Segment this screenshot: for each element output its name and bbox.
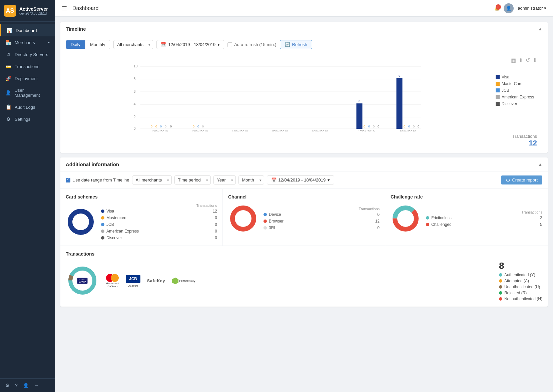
mc-logo: MastercardID Check (106, 274, 119, 288)
settings-icon: ⚙ (5, 116, 11, 122)
sidebar-item-user-management[interactable]: 👤 User Management (0, 84, 55, 101)
legend-mastercard: MasterCard (496, 81, 542, 86)
svg-text:6: 6 (134, 89, 136, 93)
additional-info-collapse-icon[interactable]: ▲ (538, 162, 542, 167)
transactions-inner: VERIFIED by VISA (66, 261, 542, 301)
footer-logout-icon[interactable]: → (34, 383, 39, 388)
svg-text:0: 0 (202, 125, 204, 128)
transactions-donut-center: VERIFIED by VISA (77, 278, 87, 284)
download-icon[interactable]: ⬇ (533, 57, 537, 63)
mastercard-value: 0 (215, 216, 217, 220)
year-select-wrap: Year (213, 175, 236, 184)
notification-badge: 8 (496, 4, 501, 10)
device-label: Device (269, 212, 281, 217)
monthly-button[interactable]: Monthly (85, 40, 110, 49)
browser-value: 12 (375, 219, 380, 224)
jcb-label: JCB (106, 222, 114, 227)
trans-count: 8 (499, 261, 542, 271)
time-period-select[interactable]: Time period (174, 175, 211, 184)
use-date-range-label[interactable]: Use date range from Timeline (66, 177, 129, 182)
notification-icon[interactable]: 🔔 8 (494, 6, 500, 11)
svg-text:12/04/2019: 12/04/2019 (151, 130, 168, 131)
sidebar-item-dashboard[interactable]: 📊 Dashboard (0, 24, 55, 36)
sidebar-item-label: Transactions (15, 64, 39, 69)
chart-svg: 10 8 6 4 2 0 (63, 65, 492, 131)
directory-icon: 🖥 (5, 52, 11, 57)
card-schemes-legend-wrap: Transactions Visa 12 (101, 204, 217, 240)
footer-user-icon[interactable]: 👤 (23, 383, 29, 388)
attempted-label: Attempted (A) (504, 279, 529, 283)
admin-label[interactable]: administrator ▾ (518, 6, 546, 11)
sidebar-item-audit-logs[interactable]: 📋 Audit Logs (0, 101, 55, 113)
legend-unauthenticated: Unauthenticated (U) (499, 285, 542, 289)
visa-dot (101, 210, 104, 213)
mc-orange-circle (111, 274, 119, 282)
legend-row-amex: American Express 0 (101, 229, 217, 234)
discover-label: Discover (106, 236, 122, 240)
svg-point-42 (232, 208, 254, 229)
use-date-range-checkbox[interactable] (66, 178, 70, 182)
legend-rejected: Rejected (R) (499, 291, 542, 295)
svg-text:0: 0 (193, 125, 194, 128)
sidebar-item-directory-servers[interactable]: 🖥 Directory Servers (0, 48, 55, 60)
add-info-merchant-select[interactable]: All merchants (132, 175, 172, 184)
device-dot (263, 213, 267, 216)
challenge-rate-donut (391, 204, 421, 234)
sidebar-item-transactions[interactable]: 💳 Transactions (0, 60, 55, 72)
transactions-donut-wrap: VERIFIED by VISA (66, 264, 99, 298)
bar-chart-icon[interactable]: ▦ (511, 57, 516, 63)
3ri-value: 0 (377, 226, 380, 230)
sidebar-item-merchants[interactable]: 🏪 Merchants ▾ (0, 36, 55, 48)
user-management-icon: 👤 (5, 90, 11, 95)
svg-text:3: 3 (359, 99, 360, 103)
footer-help-icon[interactable]: ? (15, 383, 18, 388)
daily-button[interactable]: Daily (66, 40, 85, 49)
merchant-select[interactable]: All merchants (113, 40, 153, 49)
legend-jcb: JCB (496, 88, 542, 93)
date-range-button[interactable]: 📅 12/04/2019 - 18/04/2019 ▾ (156, 40, 224, 49)
refresh-button[interactable]: 🔄 Refresh (280, 40, 313, 49)
footer-settings-icon[interactable]: ⚙ (5, 383, 10, 388)
svg-point-40 (70, 211, 91, 233)
auto-refresh-label[interactable]: Auto-refresh (15 min.) (227, 42, 276, 47)
avatar[interactable]: 👤 (504, 3, 514, 13)
svg-text:10: 10 (134, 65, 138, 68)
merchant-select-wrap: All merchants (113, 40, 153, 49)
protectbuy-shield (172, 278, 178, 284)
view-toggle: Daily Monthly (66, 40, 110, 49)
not-authenticated-dot (499, 297, 502, 301)
create-report-button[interactable]: ⭮ Create report (501, 175, 542, 184)
discover-dot (101, 236, 104, 240)
year-select[interactable]: Year (213, 175, 236, 184)
auto-refresh-checkbox[interactable] (227, 42, 232, 47)
month-select-wrap: Month (238, 175, 264, 184)
visa-color (496, 75, 500, 79)
challenged-dot (426, 223, 429, 226)
upload-icon[interactable]: ⬆ (519, 57, 523, 63)
transactions-value: 12 (68, 139, 537, 147)
date-range-label: 12/04/2019 - 18/04/2019 (168, 42, 215, 47)
card-schemes-legend: Visa 12 Mastercard 0 (101, 209, 217, 240)
legend-attempted: Attempted (A) (499, 279, 542, 283)
timeline-collapse-icon[interactable]: ▲ (538, 26, 542, 31)
legend-row-device: Device 0 (263, 212, 380, 217)
visa-value: 12 (213, 209, 217, 214)
add-info-date-range-button[interactable]: 📅 12/04/2019 - 18/04/2019 ▾ (267, 175, 335, 184)
svg-text:0: 0 (151, 125, 152, 128)
sidebar-item-label: Directory Servers (15, 52, 48, 57)
reset-icon[interactable]: ↺ (526, 57, 530, 63)
mc-circles (106, 274, 119, 282)
challenged-value: 5 (540, 222, 542, 227)
month-select[interactable]: Month (238, 175, 264, 184)
menu-toggle-icon[interactable]: ☰ (62, 5, 67, 12)
svg-text:0: 0 (413, 125, 415, 128)
topbar: ☰ Dashboard 🔔 8 👤 administrator ▾ (55, 0, 553, 17)
stats-grid: Card schemes Transactions (60, 188, 548, 246)
frictionless-dot (426, 216, 429, 220)
challenge-rate-title: Challenge rate (391, 194, 542, 200)
page-title: Dashboard (72, 5, 494, 11)
sidebar-item-settings[interactable]: ⚙ Settings (0, 113, 55, 125)
sidebar: AS ActiveServer dev.2673.3032b1d 📊 Dashb… (0, 0, 55, 392)
sidebar-item-deployment[interactable]: 🚀 Deployment (0, 72, 55, 84)
bar-chart: 10 8 6 4 2 0 (63, 65, 492, 132)
